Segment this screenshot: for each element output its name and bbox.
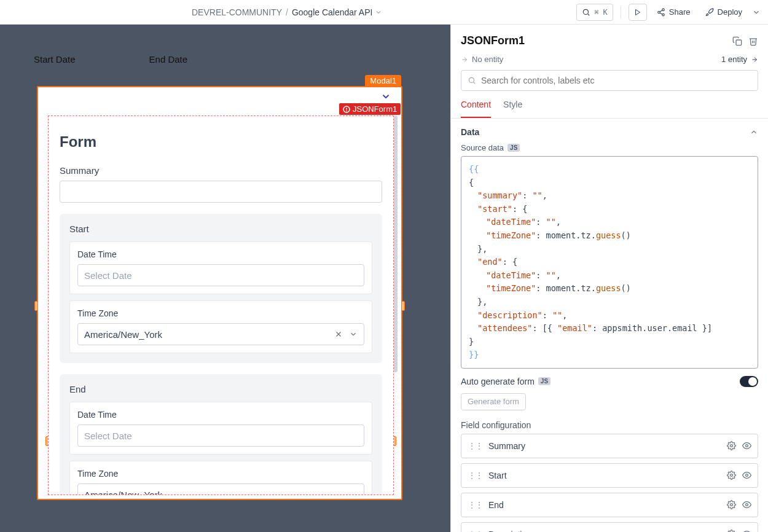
drag-handle-icon[interactable]: ⋮⋮	[468, 471, 482, 480]
play-icon	[634, 9, 641, 16]
gear-icon[interactable]	[727, 500, 736, 509]
resize-handle-left[interactable]	[34, 301, 38, 311]
start-datetime-input[interactable]: Select Date	[77, 264, 364, 286]
chevron-down-icon[interactable]	[349, 330, 358, 338]
copy-icon[interactable]	[732, 36, 742, 46]
start-timezone-value: America/New_York	[84, 329, 162, 340]
search-icon	[582, 8, 590, 17]
close-icon[interactable]	[334, 330, 343, 338]
bg-col-end-date: End Date	[149, 54, 188, 65]
svg-point-22	[731, 504, 733, 506]
gear-icon[interactable]	[727, 441, 736, 450]
app-name-label: Google Calendar API	[292, 7, 373, 17]
panel-search-input[interactable]	[461, 70, 758, 91]
end-timezone-card: Time Zone America/New_York	[69, 461, 372, 495]
svg-point-16	[469, 77, 474, 82]
panel-title[interactable]: JSONForm1	[461, 34, 525, 47]
gear-icon[interactable]	[727, 530, 736, 532]
end-datetime-input[interactable]: Select Date	[77, 424, 364, 447]
panel-search-field[interactable]	[481, 76, 751, 85]
end-datetime-label: Date Time	[77, 410, 364, 420]
field-row-end[interactable]: ⋮⋮ End	[461, 493, 758, 517]
deploy-button[interactable]: Deploy	[700, 4, 747, 21]
svg-point-3	[662, 9, 665, 10]
end-datetime-placeholder: Select Date	[84, 431, 132, 441]
divider	[621, 6, 621, 18]
end-datetime-card: Date Time Select Date	[69, 402, 372, 455]
entity-count-link[interactable]: 1 entity	[721, 55, 758, 64]
jsonform-scrollbar[interactable]	[394, 115, 398, 372]
gear-icon[interactable]	[727, 471, 736, 480]
auto-generate-label: Auto generate form	[461, 377, 535, 386]
drag-handle-icon[interactable]: ⋮⋮	[468, 530, 482, 532]
trash-icon[interactable]	[748, 36, 758, 46]
share-label: Share	[669, 7, 691, 17]
field-row-label: Summary	[488, 441, 525, 451]
start-timezone-label: Time Zone	[77, 308, 364, 318]
eye-icon[interactable]	[742, 471, 751, 480]
bg-col-start-date: Start Date	[34, 54, 76, 65]
jsonform-name-tag[interactable]: JSONForm1	[339, 103, 401, 115]
end-group-title: End	[69, 384, 372, 394]
share-button[interactable]: Share	[652, 4, 696, 21]
drag-handle-icon[interactable]: ⋮⋮	[468, 500, 482, 510]
section-data[interactable]: Data	[451, 119, 768, 143]
auto-generate-row: Auto generate form JS	[451, 369, 768, 389]
modal-name-tag[interactable]: Modal1	[365, 75, 401, 87]
property-panel: JSONForm1 No entity 1 entity	[450, 25, 768, 532]
field-row-description[interactable]: ⋮⋮ Description	[461, 522, 758, 532]
search-button[interactable]: ⌘ K	[576, 4, 613, 21]
field-configuration-label: Field configuration	[451, 417, 768, 434]
no-entity-link[interactable]: No entity	[461, 55, 503, 64]
svg-marker-2	[635, 9, 640, 15]
search-icon	[468, 76, 476, 85]
end-timezone-value: America/New_York	[84, 490, 162, 496]
generate-form-button[interactable]: Generate form	[461, 393, 526, 410]
error-icon	[343, 106, 350, 113]
start-group: Start Date Time Select Date Time Zone Am…	[60, 214, 382, 363]
auto-generate-toggle[interactable]	[740, 376, 758, 387]
field-row-label: Description	[488, 530, 531, 532]
svg-point-0	[583, 9, 588, 14]
drag-handle-icon[interactable]: ⋮⋮	[468, 441, 482, 451]
eye-icon[interactable]	[742, 530, 751, 532]
svg-rect-13	[736, 40, 742, 45]
end-timezone-select[interactable]: America/New_York	[77, 483, 364, 495]
bg-table-headers: Start Date End Date	[34, 54, 417, 65]
jsonform-widget[interactable]: Form Summary Start Date Time Select Date…	[48, 115, 394, 495]
tab-content[interactable]: Content	[461, 100, 491, 118]
arrow-right-icon	[461, 56, 468, 63]
start-timezone-select[interactable]: America/New_York	[77, 323, 364, 345]
tab-style[interactable]: Style	[503, 100, 522, 118]
field-configuration-list: ⋮⋮ Summary ⋮⋮ Start ⋮⋮ End	[451, 434, 768, 532]
canvas[interactable]: Start Date End Date Modal1 JSONForm1 For…	[0, 25, 450, 532]
svg-point-20	[731, 474, 733, 477]
js-badge[interactable]: JS	[507, 144, 520, 152]
field-row-start[interactable]: ⋮⋮ Start	[461, 463, 758, 488]
summary-input[interactable]	[60, 181, 382, 203]
topbar: DEVREL-COMMUNITY / Google Calendar API ⌘…	[0, 0, 768, 25]
jsonform-tag-label: JSONForm1	[353, 104, 397, 114]
eye-icon[interactable]	[742, 500, 751, 509]
chevron-down-icon[interactable]	[752, 8, 761, 17]
app-name-dropdown[interactable]: Google Calendar API	[292, 7, 383, 17]
svg-line-17	[474, 82, 476, 84]
svg-point-18	[731, 445, 733, 447]
org-name[interactable]: DEVREL-COMMUNITY	[192, 7, 282, 17]
resize-handle-right[interactable]	[401, 301, 405, 311]
topbar-actions: ⌘ K Share Deploy	[576, 4, 761, 21]
run-button[interactable]	[629, 4, 647, 21]
source-data-editor[interactable]: {{ { "summary": "", "start": { "dateTime…	[461, 156, 758, 369]
chevron-down-icon[interactable]	[380, 91, 391, 102]
svg-point-19	[746, 445, 748, 447]
chevron-up-icon	[750, 128, 758, 136]
start-datetime-card: Date Time Select Date	[69, 241, 372, 294]
js-badge[interactable]: JS	[538, 377, 551, 385]
eye-icon[interactable]	[742, 441, 751, 450]
svg-line-7	[660, 10, 662, 11]
breadcrumb-separator: /	[286, 7, 288, 17]
end-timezone-label: Time Zone	[77, 469, 364, 479]
field-row-summary[interactable]: ⋮⋮ Summary	[461, 434, 758, 458]
search-shortcut: ⌘ K	[594, 8, 608, 17]
deploy-label: Deploy	[718, 7, 742, 17]
